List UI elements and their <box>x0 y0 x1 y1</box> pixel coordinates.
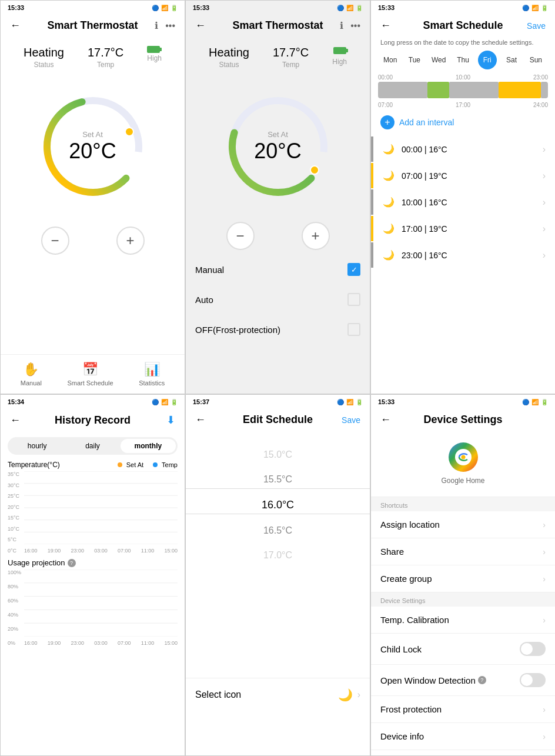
plus-button-1[interactable]: + <box>116 227 145 255</box>
thermostat-info-2: Heating Status 17.7°C Temp High <box>186 39 370 76</box>
interval-time-4: 23:00 | 16°C <box>402 251 543 260</box>
back-button-1[interactable]: ← <box>10 19 21 32</box>
status-label-2: Status <box>209 61 249 69</box>
wifi-icon-2: 📶 <box>346 5 353 11</box>
day-sat[interactable]: Sat <box>502 51 521 69</box>
child-lock-item[interactable]: Child Lock <box>371 634 555 665</box>
screen-schedule: 15:33 🔵 📶 🔋 ← Smart Schedule Save Long p… <box>370 0 555 394</box>
battery-label-1: High <box>147 54 162 62</box>
minus-button-1[interactable]: − <box>41 227 69 255</box>
time-scale-end: 23:00 <box>533 74 548 81</box>
set-at-label-2: Set At <box>254 130 301 139</box>
status-icons-1: 🔵 📶 🔋 <box>152 5 178 11</box>
status-bar-1: 15:33 🔵 📶 🔋 <box>1 1 185 15</box>
auto-checkbox[interactable] <box>347 293 360 306</box>
status-bar-5: 15:37 🔵 📶 🔋 <box>186 395 370 409</box>
temp-160[interactable]: 16.0°C <box>186 492 370 518</box>
interval-3[interactable]: 🌙 17:00 | 19°C › <box>371 216 555 241</box>
day-sun[interactable]: Sun <box>526 51 545 69</box>
status-bar-3: 15:33 🔵 📶 🔋 <box>371 1 555 15</box>
temp-150[interactable]: 15.0°C <box>186 442 370 467</box>
interval-2[interactable]: 🌙 10:00 | 16°C › <box>371 189 555 215</box>
save-button-3[interactable]: Save <box>527 21 546 31</box>
day-wed[interactable]: Wed <box>429 51 448 69</box>
day-tue[interactable]: Tue <box>405 51 424 69</box>
interval-moon-icon-1: 🌙 <box>383 170 394 181</box>
plus-button-2[interactable]: + <box>302 222 330 250</box>
frost-protection-item[interactable]: Frost protection › <box>371 696 555 723</box>
status-icons-4: 🔵 📶 🔋 <box>152 399 178 405</box>
usage-title: Usage projection ? <box>1 554 185 570</box>
tab-daily[interactable]: daily <box>65 439 120 453</box>
temp-label-1: Temp <box>88 61 123 69</box>
day-mon[interactable]: Mon <box>381 51 400 69</box>
day-fri[interactable]: Fri <box>478 51 497 69</box>
temp-calibration-item[interactable]: Temp. Calibration › <box>371 607 555 634</box>
child-lock-toggle[interactable] <box>520 642 546 656</box>
nav-schedule-1[interactable]: 📅 Smart Schedule <box>67 362 113 387</box>
interval-1[interactable]: 🌙 07:00 | 19°C › <box>371 163 555 188</box>
temp-165[interactable]: 16.5°C <box>186 518 370 543</box>
nav-stats-1[interactable]: 📊 Statistics <box>139 362 165 387</box>
window-detection-label: Open Window Detection ? <box>380 675 486 685</box>
manual-checkbox[interactable]: ✓ <box>347 263 360 276</box>
usage-info-icon[interactable]: ? <box>68 559 76 567</box>
tab-hourly[interactable]: hourly <box>9 439 65 453</box>
select-icon-chevron[interactable]: › <box>357 690 360 700</box>
window-detection-info-icon[interactable]: ? <box>478 676 486 684</box>
temp-chart-svg <box>24 471 178 544</box>
interval-moon-icon-0: 🌙 <box>383 144 394 155</box>
battery-display-2 <box>333 47 346 54</box>
window-detection-toggle[interactable] <box>520 673 546 687</box>
back-button-3[interactable]: ← <box>380 19 391 32</box>
assign-location-item[interactable]: Assign location › <box>371 511 555 538</box>
mode-frost[interactable]: OFF(Frost-protection) <box>195 315 360 345</box>
mode-manual[interactable]: Manual ✓ <box>195 255 360 285</box>
set-at-label-1: Set At <box>69 130 116 139</box>
stats-label-1: Statistics <box>139 379 165 387</box>
stats-icon-1: 📊 <box>144 362 160 377</box>
share-label: Share <box>380 547 404 557</box>
save-button-5[interactable]: Save <box>342 415 360 425</box>
interval-chevron-4: › <box>543 250 546 261</box>
page-title-5: Edit Schedule <box>243 414 313 426</box>
device-info-item[interactable]: Device info › <box>371 723 555 750</box>
add-interval-btn[interactable]: + Add an interval <box>371 109 555 135</box>
back-button-5[interactable]: ← <box>195 414 206 426</box>
status-icons-2: 🔵 📶 🔋 <box>337 5 363 11</box>
set-at-value-1: 20°C <box>69 139 116 164</box>
info-icon-1[interactable]: ℹ <box>155 20 158 31</box>
temp-155[interactable]: 15.5°C <box>186 467 370 492</box>
nav-bar-4: ← History Record ⬇ <box>1 409 185 431</box>
more-icon-1[interactable]: ••• <box>165 21 175 31</box>
back-button-6[interactable]: ← <box>380 414 391 426</box>
download-button[interactable]: ⬇ <box>166 414 175 427</box>
create-group-item[interactable]: Create group › <box>371 565 555 592</box>
minus-button-2[interactable]: − <box>226 222 255 250</box>
frost-checkbox[interactable] <box>347 323 360 336</box>
svg-point-5 <box>310 166 319 174</box>
interval-4[interactable]: 🌙 23:00 | 16°C › <box>371 242 555 268</box>
temp-picker[interactable]: 15.0°C 15.5°C 16.0°C 16.5°C 17.0°C <box>186 442 370 560</box>
back-button-2[interactable]: ← <box>195 19 206 32</box>
bluetooth-icon-3: 🔵 <box>522 5 529 11</box>
nav-manual-1[interactable]: ✋ Manual <box>21 362 42 387</box>
temp-170[interactable]: 17.0°C <box>186 543 370 560</box>
more-icon-2[interactable]: ••• <box>350 21 360 31</box>
day-thu[interactable]: Thu <box>453 51 472 69</box>
mode-auto[interactable]: Auto <box>195 285 360 315</box>
back-button-4[interactable]: ← <box>10 414 21 427</box>
interval-chevron-2: › <box>543 197 546 208</box>
y-5: 5°C <box>8 537 19 542</box>
wifi-icon: 📶 <box>161 5 168 11</box>
interval-0[interactable]: 🌙 00:00 | 16°C › <box>371 136 555 162</box>
schedule-bar <box>378 82 548 98</box>
frost-protection-label: Frost protection <box>380 704 442 714</box>
tab-monthly[interactable]: monthly <box>121 439 176 453</box>
temp-legend-label: Temp <box>162 461 178 468</box>
google-home-icon[interactable] <box>449 442 478 472</box>
chart-x-axis: 16:00 19:00 23:00 03:00 07:00 11:00 15:0… <box>24 548 178 554</box>
info-icon-2[interactable]: ℹ <box>340 20 343 31</box>
share-item[interactable]: Share › <box>371 538 555 565</box>
window-detection-item[interactable]: Open Window Detection ? <box>371 665 555 696</box>
